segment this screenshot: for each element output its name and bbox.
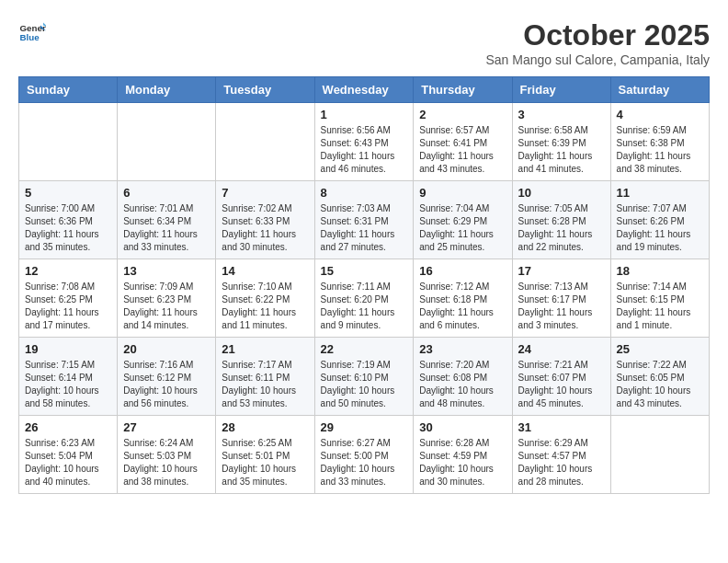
calendar-cell: 25Sunrise: 7:22 AM Sunset: 6:05 PM Dayli… [610, 338, 709, 416]
day-number: 8 [321, 186, 408, 200]
day-number: 29 [321, 420, 408, 434]
calendar-cell: 12Sunrise: 7:08 AM Sunset: 6:25 PM Dayli… [19, 259, 118, 338]
day-info: Sunrise: 6:56 AM Sunset: 6:43 PM Dayligh… [321, 124, 408, 176]
day-info: Sunrise: 6:58 AM Sunset: 6:39 PM Dayligh… [518, 124, 605, 176]
day-number: 23 [419, 342, 506, 356]
day-info: Sunrise: 7:02 AM Sunset: 6:33 PM Dayligh… [222, 202, 308, 254]
day-info: Sunrise: 7:11 AM Sunset: 6:20 PM Dayligh… [321, 281, 408, 332]
calendar-cell [19, 103, 118, 181]
day-info: Sunrise: 7:01 AM Sunset: 6:34 PM Dayligh… [123, 202, 210, 254]
calendar-cell [610, 416, 709, 494]
days-header-row: SundayMondayTuesdayWednesdayThursdayFrid… [19, 77, 710, 103]
day-number: 20 [123, 342, 210, 356]
day-number: 10 [518, 186, 605, 200]
calendar-cell: 11Sunrise: 7:07 AM Sunset: 6:26 PM Dayli… [610, 181, 709, 259]
day-info: Sunrise: 6:23 AM Sunset: 5:04 PM Dayligh… [25, 437, 111, 488]
column-header-thursday: Thursday [414, 77, 512, 103]
day-number: 31 [518, 420, 605, 434]
day-number: 16 [419, 264, 506, 278]
day-info: Sunrise: 7:05 AM Sunset: 6:28 PM Dayligh… [518, 202, 605, 254]
calendar-cell: 16Sunrise: 7:12 AM Sunset: 6:18 PM Dayli… [414, 259, 512, 338]
day-number: 17 [518, 264, 605, 278]
calendar-cell: 15Sunrise: 7:11 AM Sunset: 6:20 PM Dayli… [314, 259, 414, 338]
day-info: Sunrise: 7:03 AM Sunset: 6:31 PM Dayligh… [321, 202, 408, 254]
day-info: Sunrise: 7:22 AM Sunset: 6:05 PM Dayligh… [617, 359, 703, 410]
day-number: 1 [321, 108, 408, 121]
week-row-2: 5Sunrise: 7:00 AM Sunset: 6:36 PM Daylig… [19, 181, 710, 259]
day-info: Sunrise: 7:17 AM Sunset: 6:11 PM Dayligh… [222, 359, 308, 410]
day-info: Sunrise: 7:21 AM Sunset: 6:07 PM Dayligh… [518, 359, 605, 410]
day-number: 25 [617, 342, 703, 356]
day-number: 14 [222, 264, 308, 278]
calendar-cell: 4Sunrise: 6:59 AM Sunset: 6:38 PM Daylig… [610, 103, 709, 181]
day-number: 5 [25, 186, 111, 200]
calendar-cell: 31Sunrise: 6:29 AM Sunset: 4:57 PM Dayli… [512, 416, 610, 494]
day-number: 26 [25, 420, 111, 434]
day-number: 2 [419, 108, 506, 121]
day-number: 11 [617, 186, 703, 200]
day-number: 6 [123, 186, 210, 200]
calendar-cell: 27Sunrise: 6:24 AM Sunset: 5:03 PM Dayli… [118, 416, 216, 494]
week-row-1: 1Sunrise: 6:56 AM Sunset: 6:43 PM Daylig… [19, 103, 710, 181]
column-header-tuesday: Tuesday [216, 77, 314, 103]
day-number: 30 [419, 420, 506, 434]
logo-icon: General Blue [18, 18, 46, 46]
calendar-cell: 1Sunrise: 6:56 AM Sunset: 6:43 PM Daylig… [314, 103, 414, 181]
day-number: 9 [419, 186, 506, 200]
title-section: October 2025 San Mango sul Calore, Campa… [485, 18, 710, 67]
column-header-monday: Monday [118, 77, 216, 103]
day-number: 22 [321, 342, 408, 356]
day-number: 19 [25, 342, 111, 356]
day-info: Sunrise: 7:15 AM Sunset: 6:14 PM Dayligh… [25, 359, 111, 410]
day-number: 18 [617, 264, 703, 278]
month-title: October 2025 [485, 18, 710, 52]
day-info: Sunrise: 7:16 AM Sunset: 6:12 PM Dayligh… [123, 359, 210, 410]
calendar-cell [216, 103, 314, 181]
page-header: General Blue October 2025 San Mango sul … [18, 18, 710, 67]
location-title: San Mango sul Calore, Campania, Italy [485, 52, 710, 67]
day-info: Sunrise: 7:00 AM Sunset: 6:36 PM Dayligh… [25, 202, 111, 254]
calendar-cell: 26Sunrise: 6:23 AM Sunset: 5:04 PM Dayli… [19, 416, 118, 494]
day-info: Sunrise: 7:07 AM Sunset: 6:26 PM Dayligh… [617, 202, 703, 254]
calendar-cell: 8Sunrise: 7:03 AM Sunset: 6:31 PM Daylig… [314, 181, 414, 259]
calendar-cell: 14Sunrise: 7:10 AM Sunset: 6:22 PM Dayli… [216, 259, 314, 338]
calendar-cell [118, 103, 216, 181]
day-info: Sunrise: 7:09 AM Sunset: 6:23 PM Dayligh… [123, 281, 210, 332]
calendar-cell: 5Sunrise: 7:00 AM Sunset: 6:36 PM Daylig… [19, 181, 118, 259]
day-number: 7 [222, 186, 308, 200]
calendar-cell: 9Sunrise: 7:04 AM Sunset: 6:29 PM Daylig… [414, 181, 512, 259]
day-info: Sunrise: 7:13 AM Sunset: 6:17 PM Dayligh… [518, 281, 605, 332]
week-row-3: 12Sunrise: 7:08 AM Sunset: 6:25 PM Dayli… [19, 259, 710, 338]
calendar-cell: 13Sunrise: 7:09 AM Sunset: 6:23 PM Dayli… [118, 259, 216, 338]
calendar-cell: 7Sunrise: 7:02 AM Sunset: 6:33 PM Daylig… [216, 181, 314, 259]
day-info: Sunrise: 6:27 AM Sunset: 5:00 PM Dayligh… [321, 437, 408, 488]
calendar-cell: 22Sunrise: 7:19 AM Sunset: 6:10 PM Dayli… [314, 338, 414, 416]
day-info: Sunrise: 7:08 AM Sunset: 6:25 PM Dayligh… [25, 281, 111, 332]
column-header-sunday: Sunday [19, 77, 118, 103]
day-number: 15 [321, 264, 408, 278]
logo: General Blue [18, 18, 46, 46]
day-info: Sunrise: 6:28 AM Sunset: 4:59 PM Dayligh… [419, 437, 506, 488]
calendar-cell: 17Sunrise: 7:13 AM Sunset: 6:17 PM Dayli… [512, 259, 610, 338]
column-header-saturday: Saturday [610, 77, 709, 103]
column-header-wednesday: Wednesday [314, 77, 414, 103]
calendar-cell: 3Sunrise: 6:58 AM Sunset: 6:39 PM Daylig… [512, 103, 610, 181]
week-row-5: 26Sunrise: 6:23 AM Sunset: 5:04 PM Dayli… [19, 416, 710, 494]
day-number: 3 [518, 108, 605, 121]
calendar-cell: 24Sunrise: 7:21 AM Sunset: 6:07 PM Dayli… [512, 338, 610, 416]
day-info: Sunrise: 6:57 AM Sunset: 6:41 PM Dayligh… [419, 124, 506, 176]
day-number: 28 [222, 420, 308, 434]
day-number: 12 [25, 264, 111, 278]
week-row-4: 19Sunrise: 7:15 AM Sunset: 6:14 PM Dayli… [19, 338, 710, 416]
day-info: Sunrise: 7:19 AM Sunset: 6:10 PM Dayligh… [321, 359, 408, 410]
calendar-cell: 20Sunrise: 7:16 AM Sunset: 6:12 PM Dayli… [118, 338, 216, 416]
day-info: Sunrise: 7:14 AM Sunset: 6:15 PM Dayligh… [617, 281, 703, 332]
calendar-cell: 2Sunrise: 6:57 AM Sunset: 6:41 PM Daylig… [414, 103, 512, 181]
day-info: Sunrise: 6:24 AM Sunset: 5:03 PM Dayligh… [123, 437, 210, 488]
day-info: Sunrise: 6:59 AM Sunset: 6:38 PM Dayligh… [617, 124, 703, 176]
calendar-cell: 19Sunrise: 7:15 AM Sunset: 6:14 PM Dayli… [19, 338, 118, 416]
svg-text:Blue: Blue [20, 32, 40, 42]
day-number: 24 [518, 342, 605, 356]
calendar-cell: 28Sunrise: 6:25 AM Sunset: 5:01 PM Dayli… [216, 416, 314, 494]
day-info: Sunrise: 6:29 AM Sunset: 4:57 PM Dayligh… [518, 437, 605, 488]
